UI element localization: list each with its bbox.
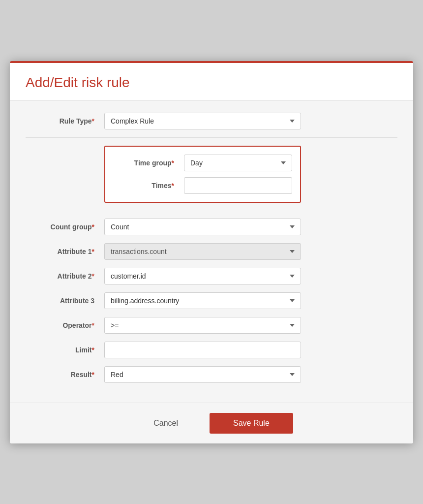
cancel-button[interactable]: Cancel [130, 413, 202, 434]
attribute2-label: Attribute 2* [26, 272, 104, 280]
time-group-row: Time group* Day [105, 155, 292, 171]
operator-label: Operator* [26, 321, 104, 329]
rule-type-row: Rule Type* Complex Rule [26, 113, 397, 129]
times-input[interactable]: 3 [184, 177, 292, 194]
limit-input[interactable]: 5 [104, 342, 301, 358]
times-row: Times* 3 [105, 177, 292, 194]
result-label: Result* [26, 371, 104, 378]
result-row: Result* Red [26, 366, 397, 383]
rule-type-label: Rule Type* [26, 117, 104, 125]
limit-label: Limit* [26, 346, 104, 354]
attribute3-label: Attribute 3 [26, 297, 104, 305]
limit-row: Limit* 5 [26, 342, 397, 358]
count-group-row: Count group* Count [26, 219, 397, 235]
attribute2-select[interactable]: customer.id [104, 268, 301, 284]
times-label: Times* [105, 182, 184, 189]
modal-body: Rule Type* Complex Rule Time group* Day [10, 101, 413, 403]
operator-select[interactable]: >= [104, 317, 301, 334]
time-group-select[interactable]: Day [184, 155, 292, 171]
count-group-label: Count group* [26, 223, 104, 231]
result-select[interactable]: Red [104, 366, 301, 383]
attribute1-label: Attribute 1* [26, 248, 104, 255]
modal-container: Add/Edit risk rule Rule Type* Complex Ru… [10, 61, 413, 443]
divider-1 [26, 137, 397, 138]
attribute3-select[interactable]: billing.address.country [104, 292, 301, 309]
attribute3-row: Attribute 3 billing.address.country [26, 292, 397, 309]
save-rule-button[interactable]: Save Rule [210, 413, 293, 434]
count-group-select[interactable]: Count [104, 219, 301, 235]
attribute1-select[interactable]: transactions.count [104, 243, 301, 260]
attribute2-row: Attribute 2* customer.id [26, 268, 397, 284]
time-group-label: Time group* [105, 159, 184, 167]
rule-type-select[interactable]: Complex Rule [104, 113, 301, 129]
attribute1-row: Attribute 1* transactions.count [26, 243, 397, 260]
modal-header: Add/Edit risk rule [10, 63, 413, 101]
operator-row: Operator* >= [26, 317, 397, 334]
modal-title: Add/Edit risk rule [26, 75, 397, 91]
modal-footer: Cancel Save Rule [10, 403, 413, 443]
